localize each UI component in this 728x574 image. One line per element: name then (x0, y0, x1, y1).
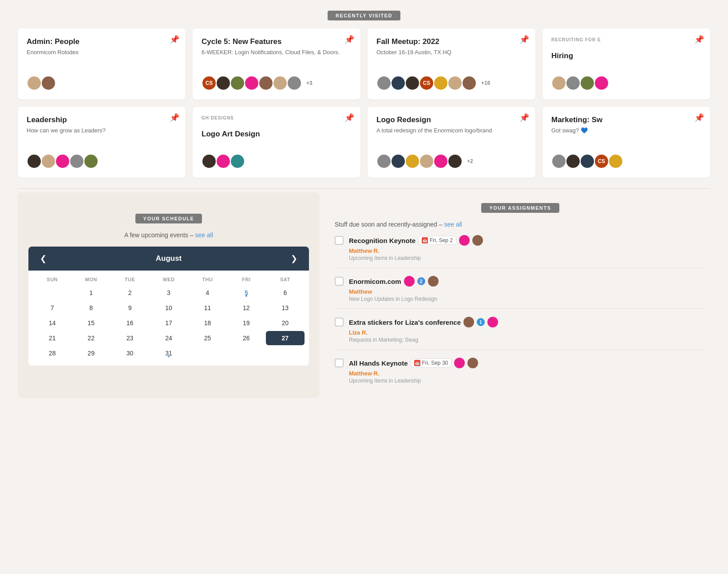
assignment-title-enormicom-com: Enormicom.com (349, 278, 401, 285)
assignment-assignee-extra-stickers: Liza R. (349, 329, 706, 336)
calendar-weeks: 1234567891011121314151617181920212223242… (33, 286, 305, 360)
cal-day-SUN: SUN (33, 275, 71, 284)
avatar (258, 76, 273, 91)
card-pin-leadership[interactable]: 📌 (170, 113, 179, 123)
avatar (419, 154, 434, 169)
assignment-content-recognition-keynote: Recognition Keynote📅 Fri, Sep 2Matthew R… (349, 235, 706, 261)
cal-cell-30[interactable]: 30 (111, 346, 149, 360)
cal-cell-18[interactable]: 18 (188, 316, 227, 330)
assignment-location-all-hands-keynote: Upcoming Items in Leadership (349, 378, 706, 384)
card-pin-marketing[interactable]: 📌 (694, 113, 704, 123)
cal-cell-3[interactable]: 3 (149, 286, 188, 300)
card-avatars-admin-people (27, 76, 177, 91)
cal-cell-7[interactable]: 7 (33, 301, 71, 315)
avatar-count: +16 (481, 80, 490, 86)
cal-cell-26[interactable]: 26 (227, 331, 265, 345)
cal-cell-4[interactable]: 4 (188, 286, 227, 300)
card-fall-meetup[interactable]: 📌Fall Meetup: 2022October 16-19 Austin, … (368, 28, 535, 100)
card-leadership[interactable]: 📌LeadershipHow can we grow as Leaders? (18, 107, 186, 178)
cal-cell-27[interactable]: 27 (266, 331, 305, 345)
cal-day-TUE: TUE (111, 275, 149, 284)
cal-cell-5[interactable]: 5 (227, 286, 265, 300)
avatar (27, 154, 42, 169)
card-pin-admin-people[interactable]: 📌 (170, 35, 179, 44)
assignment-subtitle: Stuff due soon and recently-assigned – s… (335, 221, 706, 228)
assignments-see-all-link[interactable]: see all (444, 221, 462, 228)
cal-cell-28[interactable]: 28 (33, 346, 71, 360)
calendar-days-row: SUNMONTUEWEDTHUFRISAT (33, 275, 305, 284)
cal-cell-6[interactable]: 6 (266, 286, 305, 300)
calendar-header: ❮ August ❯ (28, 247, 309, 271)
card-pin-logo-art[interactable]: 📌 (344, 113, 354, 123)
cal-cell-14[interactable]: 14 (33, 316, 71, 330)
card-logo-art[interactable]: 📌GH DESIGNSLogo Art Design (193, 107, 360, 178)
cal-day-SAT: SAT (266, 275, 305, 284)
cal-day-MON: MON (71, 275, 110, 284)
avatar (83, 154, 99, 169)
avatar (580, 76, 595, 91)
schedule-badge: YOUR SCHEDULE (135, 214, 202, 223)
avatar (447, 76, 463, 91)
card-logo-redesign[interactable]: 📌Logo RedesignA total redesign of the En… (368, 107, 535, 178)
avatar (462, 76, 477, 91)
cal-cell-25[interactable]: 25 (188, 331, 227, 345)
mini-avatar (404, 276, 415, 287)
cal-cell-24[interactable]: 24 (149, 331, 188, 345)
card-marketing[interactable]: 📌Marketing: SwGot swag? 💙CS (542, 107, 710, 178)
cal-cell-19[interactable]: 19 (227, 316, 265, 330)
card-pin-fall-meetup[interactable]: 📌 (519, 35, 529, 44)
section-divider (18, 188, 710, 189)
cal-cell-8[interactable]: 8 (71, 301, 110, 315)
checkbox-all-hands-keynote[interactable] (335, 359, 344, 367)
cal-cell-23[interactable]: 23 (111, 331, 149, 345)
avatar: CS (202, 76, 217, 91)
assignment-title-extra-stickers: Extra stickers for Liza's conference (349, 319, 461, 326)
avatar (55, 154, 70, 169)
cal-cell-16[interactable]: 16 (111, 316, 149, 330)
checkbox-extra-stickers[interactable] (335, 318, 344, 327)
cal-cell-2[interactable]: 2 (111, 286, 149, 300)
cal-cell-9[interactable]: 9 (111, 301, 149, 315)
cards-grid: 📌Admin: PeopleEnormicom Rolodex📌Cycle 5:… (0, 28, 728, 188)
mini-avatar (459, 235, 470, 246)
cal-cell-21[interactable]: 21 (33, 331, 71, 345)
calendar-month: August (156, 254, 182, 263)
cal-cell-20[interactable]: 20 (266, 316, 305, 330)
avatar (376, 154, 392, 169)
card-title-fall-meetup: Fall Meetup: 2022 (376, 37, 526, 46)
card-pin-logo-redesign[interactable]: 📌 (519, 113, 529, 123)
avatar: CS (419, 76, 434, 91)
assignments-panel: YOUR ASSIGNMENTS Stuff due soon and rece… (330, 192, 710, 398)
assignment-title-row-extra-stickers: Extra stickers for Liza's conference1 (349, 317, 706, 327)
assignments-header: YOUR ASSIGNMENTS (335, 203, 706, 213)
assignment-location-recognition-keynote: Upcoming Items in Leadership (349, 255, 706, 261)
cal-cell-22[interactable]: 22 (71, 331, 110, 345)
calendar-prev-button[interactable]: ❮ (36, 252, 50, 265)
cal-cell-29[interactable]: 29 (71, 346, 110, 360)
schedule-see-all-link[interactable]: see all (195, 231, 213, 239)
avatar (566, 154, 581, 169)
assignment-assignee-all-hands-keynote: Matthew R. (349, 370, 706, 377)
cal-cell-17[interactable]: 17 (149, 316, 188, 330)
cal-cell-13[interactable]: 13 (266, 301, 305, 315)
avatar (273, 76, 288, 91)
card-pin-cycle5[interactable]: 📌 (344, 35, 354, 44)
assignment-title-all-hands-keynote: All Hands Keynote (349, 359, 408, 367)
card-pin-recruiting[interactable]: 📌 (694, 35, 704, 44)
avatar (376, 76, 392, 91)
avatar (244, 76, 259, 91)
avatar (41, 154, 56, 169)
cal-cell-12[interactable]: 12 (227, 301, 265, 315)
card-cycle5[interactable]: 📌Cycle 5: New Features6-WEEKER: Login No… (193, 28, 360, 100)
checkbox-recognition-keynote[interactable] (335, 236, 344, 245)
card-admin-people[interactable]: 📌Admin: PeopleEnormicom Rolodex (18, 28, 186, 100)
cal-cell-15[interactable]: 15 (71, 316, 110, 330)
card-recruiting[interactable]: 📌RECRUITING FOR EHiring (542, 28, 710, 100)
date-badge-recognition-keynote: 📅 Fri, Sep 2 (418, 236, 456, 245)
checkbox-enormicom-com[interactable] (335, 277, 344, 286)
cal-cell-11[interactable]: 11 (188, 301, 227, 315)
cal-cell-10[interactable]: 10 (149, 301, 188, 315)
calendar-next-button[interactable]: ❯ (288, 252, 301, 265)
cal-cell-1[interactable]: 1 (71, 286, 110, 300)
cal-cell-31[interactable]: 31 (149, 346, 188, 360)
